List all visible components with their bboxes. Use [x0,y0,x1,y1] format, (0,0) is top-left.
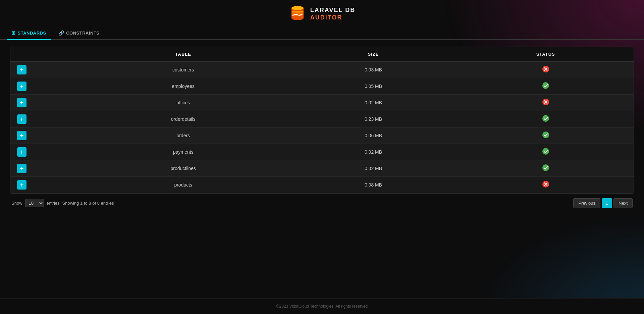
size-cell: 0.02 MB [289,160,458,177]
expand-cell: + [10,144,77,160]
entries-per-page-select[interactable]: 10 25 50 100 [25,199,44,207]
expand-cell: + [10,127,77,144]
status-cell [458,127,634,144]
size-cell: 0.02 MB [289,95,458,111]
svg-point-12 [542,148,549,155]
table-name-cell: orders [77,127,289,144]
expand-button[interactable]: + [17,82,26,91]
tab-standards-label: STANDARDS [18,31,46,36]
expand-cell: + [10,62,77,78]
size-cell: 0.03 MB [289,62,458,78]
svg-point-8 [542,82,549,89]
nav-tabs: ⊞ STANDARDS 🔗 CONSTRAINTS [0,27,644,40]
table-row: +customers0.03 MB [10,62,634,78]
status-error-icon [542,100,549,107]
expand-button[interactable]: + [17,65,26,74]
status-error-icon [542,182,549,189]
logo: LARAVEL DB AUDITOR [289,5,355,23]
status-cell [458,111,634,127]
expand-button[interactable]: + [17,180,26,190]
main-content: TABLE SIZE STATUS +customers0.03 MB +emp… [0,40,644,298]
size-cell: 0.06 MB [289,127,458,144]
previous-button[interactable]: Previous [573,198,600,208]
table-name-cell: offices [77,95,289,111]
col-header-table: TABLE [77,47,289,62]
status-ok-icon [542,133,549,140]
table-name-cell: productlines [77,160,289,177]
table-name-cell: customers [77,62,289,78]
table-name-cell: employees [77,78,289,95]
tab-standards[interactable]: ⊞ STANDARDS [7,27,51,40]
status-ok-icon [542,165,549,173]
status-ok-icon [542,116,549,123]
expand-cell: + [10,177,77,193]
expand-button[interactable]: + [17,98,26,107]
col-header-status: STATUS [458,47,634,62]
standards-icon: ⊞ [11,30,16,36]
table-name-cell: orderdetails [77,111,289,127]
col-header-expand [10,47,77,62]
status-cell [458,78,634,95]
status-cell [458,62,634,78]
next-button[interactable]: Next [613,198,633,208]
status-cell [458,95,634,111]
footer-text: ©2023 ViitorCloud Technologies. All righ… [276,304,368,309]
table-container: TABLE SIZE STATUS +customers0.03 MB +emp… [10,47,634,194]
table-row: +offices0.02 MB [10,95,634,111]
logo-line2: AUDITOR [310,14,355,21]
logo-icon [289,5,306,23]
svg-point-13 [542,164,549,171]
showing-text: Showing 1 to 8 of 8 entries [62,201,114,206]
table-name-cell: payments [77,144,289,160]
expand-button[interactable]: + [17,131,26,140]
logo-text: LARAVEL DB AUDITOR [310,7,355,21]
expand-button[interactable]: + [17,147,26,157]
expand-cell: + [10,111,77,127]
pagination-right: Previous 1 Next [573,198,633,208]
pagination-row: Show 10 25 50 100 entries Showing 1 to 8… [10,194,634,213]
constraints-icon: 🔗 [58,30,64,36]
svg-point-6 [291,6,304,10]
table-row: +orderdetails0.23 MB [10,111,634,127]
size-cell: 0.02 MB [289,144,458,160]
svg-point-10 [542,115,549,122]
table-row: +employees0.05 MB [10,78,634,95]
status-cell [458,160,634,177]
status-ok-icon [542,149,549,156]
tab-constraints[interactable]: 🔗 CONSTRAINTS [54,27,104,40]
expand-cell: + [10,160,77,177]
status-cell [458,144,634,160]
footer: ©2023 ViitorCloud Technologies. All righ… [0,298,644,314]
table-row: +orders0.06 MB [10,127,634,144]
table-row: +productlines0.02 MB [10,160,634,177]
pagination-left: Show 10 25 50 100 entries Showing 1 to 8… [11,199,114,207]
status-ok-icon [542,83,549,91]
app-header: LARAVEL DB AUDITOR [0,0,644,27]
table-header-row: TABLE SIZE STATUS [10,47,634,62]
table-body: +customers0.03 MB +employees0.05 MB +off… [10,62,634,193]
expand-button[interactable]: + [17,114,26,124]
size-cell: 0.05 MB [289,78,458,95]
entries-label: entries [47,201,60,206]
status-error-icon [542,67,549,74]
svg-point-11 [542,132,549,138]
expand-button[interactable]: + [17,164,26,173]
logo-line1: LARAVEL DB [310,7,355,14]
col-header-size: SIZE [289,47,458,62]
size-cell: 0.08 MB [289,177,458,193]
size-cell: 0.23 MB [289,111,458,127]
tab-constraints-label: CONSTRAINTS [66,31,99,36]
table-row: +products0.08 MB [10,177,634,193]
page-number-1[interactable]: 1 [602,198,612,208]
data-table: TABLE SIZE STATUS +customers0.03 MB +emp… [10,47,634,193]
expand-cell: + [10,95,77,111]
status-cell [458,177,634,193]
show-label: Show [11,201,22,206]
expand-cell: + [10,78,77,95]
table-name-cell: products [77,177,289,193]
table-row: +payments0.02 MB [10,144,634,160]
